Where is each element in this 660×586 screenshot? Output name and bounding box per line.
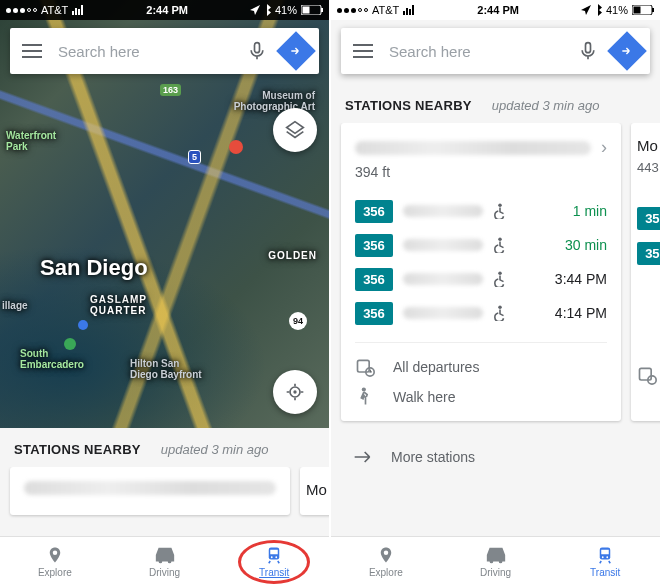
tab-explore[interactable]: Explore — [0, 537, 110, 586]
svg-point-18 — [362, 387, 366, 391]
search-bar[interactable]: Search here — [341, 28, 650, 74]
walk-here-row[interactable]: Walk here — [355, 377, 607, 407]
departure-eta: 30 min — [565, 237, 607, 253]
schedule-icon — [637, 365, 660, 385]
bottom-nav: Explore Driving Transit — [331, 536, 660, 586]
station-card[interactable]: › 394 ft 3561 min35630 min3563:44 PM3564… — [341, 123, 621, 421]
departure-eta: 1 min — [573, 203, 607, 219]
station-name-redacted — [24, 481, 276, 495]
svg-rect-11 — [652, 8, 654, 12]
walk-label: Walk here — [393, 389, 456, 405]
all-departures-row[interactable]: All departures — [355, 342, 607, 377]
tab-driving[interactable]: Driving — [441, 537, 551, 586]
highway-shield: 94 — [289, 312, 307, 330]
svg-point-12 — [498, 204, 502, 208]
park-label: South Embarcadero — [20, 348, 84, 370]
highway-shield: 163 — [160, 84, 181, 96]
route-badge: 356 — [355, 234, 393, 257]
phone-screenshot-left: AT&T 2:44 PM 41% San Diego GASLAMP QUART… — [0, 0, 329, 586]
status-bar: AT&T 2:44 PM 41% — [0, 0, 329, 20]
svg-rect-1 — [303, 7, 310, 14]
tab-explore[interactable]: Explore — [331, 537, 441, 586]
svg-point-23 — [602, 556, 604, 558]
location-icon — [250, 5, 260, 15]
layers-button[interactable] — [273, 108, 317, 152]
voice-search-icon[interactable] — [247, 41, 267, 61]
departure-row[interactable]: 3561 min — [355, 194, 607, 228]
voice-search-icon[interactable] — [578, 41, 598, 61]
route-badge: 356 — [637, 207, 660, 230]
route-badge: 356 — [355, 302, 393, 325]
carrier-label: AT&T — [372, 4, 399, 16]
station-dist-peek: 443 — [637, 160, 660, 175]
tab-label: Driving — [480, 567, 511, 578]
directions-button[interactable] — [277, 32, 315, 70]
neighborhood-label: illage — [2, 300, 28, 311]
accessible-icon — [493, 305, 507, 321]
map-pin-icon[interactable] — [64, 338, 76, 350]
stations-panel-expanded[interactable]: STATIONS NEARBY updated 3 min ago › 394 … — [331, 84, 660, 536]
svg-rect-19 — [640, 368, 652, 380]
accessible-icon — [493, 203, 507, 219]
tab-label: Explore — [38, 567, 72, 578]
svg-rect-10 — [634, 7, 641, 14]
svg-point-13 — [498, 238, 502, 242]
station-name-peek: Mo — [306, 481, 329, 498]
tab-label: Transit — [259, 567, 289, 578]
departure-row[interactable]: 35630 min — [355, 228, 607, 262]
tab-transit[interactable]: Transit — [219, 537, 329, 586]
panel-updated: updated 3 min ago — [492, 98, 600, 113]
directions-button[interactable] — [608, 32, 646, 70]
station-name-redacted — [355, 141, 591, 155]
departure-row[interactable]: 3563:44 PM — [355, 262, 607, 296]
carrier-label: AT&T — [41, 4, 68, 16]
park-label: Waterfront Park — [6, 130, 56, 152]
more-stations-row[interactable]: More stations — [331, 431, 660, 483]
departure-row[interactable]: 3564:14 PM — [355, 296, 607, 330]
search-input[interactable]: Search here — [389, 43, 568, 60]
panel-title: STATIONS NEARBY — [14, 442, 141, 457]
menu-icon[interactable] — [353, 44, 373, 58]
search-bar[interactable]: Search here — [10, 28, 319, 74]
highway-shield: 5 — [188, 150, 201, 164]
svg-rect-22 — [601, 550, 609, 555]
chevron-right-icon[interactable]: › — [601, 137, 607, 158]
all-departures-label: All departures — [393, 359, 479, 375]
search-input[interactable]: Search here — [58, 43, 237, 60]
stations-panel[interactable]: STATIONS NEARBY updated 3 min ago Mo — [0, 428, 329, 525]
walk-icon — [355, 387, 375, 407]
station-name-peek: Mo — [637, 137, 660, 154]
tab-transit[interactable]: Transit — [550, 537, 660, 586]
panel-title: STATIONS NEARBY — [345, 98, 472, 113]
departure-eta: 3:44 PM — [555, 271, 607, 287]
tab-label: Explore — [369, 567, 403, 578]
location-icon — [581, 5, 591, 15]
phone-screenshot-right: AT&T 2:44 PM 41% Search here STATIONS NE… — [331, 0, 660, 586]
station-distance: 394 ft — [355, 164, 607, 180]
station-card-peek[interactable]: Mo 443 356 356 — [631, 123, 660, 421]
svg-point-7 — [271, 556, 273, 558]
svg-rect-2 — [321, 8, 323, 12]
station-card-peek[interactable]: Mo — [300, 467, 329, 515]
city-label: San Diego — [40, 255, 148, 281]
map-pin-icon[interactable] — [78, 320, 88, 330]
destination-redacted — [403, 205, 483, 217]
battery-icon — [632, 5, 654, 15]
svg-point-24 — [607, 556, 609, 558]
accessible-icon — [493, 237, 507, 253]
station-card[interactable] — [10, 467, 290, 515]
more-stations-label: More stations — [391, 449, 475, 465]
battery-percent: 41% — [275, 4, 297, 16]
battery-percent: 41% — [606, 4, 628, 16]
departure-eta: 4:14 PM — [555, 305, 607, 321]
destination-redacted — [403, 273, 483, 285]
accessible-icon — [493, 271, 507, 287]
bluetooth-icon — [595, 4, 602, 16]
my-location-button[interactable] — [273, 370, 317, 414]
menu-icon[interactable] — [22, 44, 42, 58]
map-pin-icon[interactable] — [229, 140, 243, 154]
status-bar: AT&T 2:44 PM 41% — [331, 0, 660, 20]
tab-driving[interactable]: Driving — [110, 537, 220, 586]
destination-redacted — [403, 239, 483, 251]
destination-redacted — [403, 307, 483, 319]
